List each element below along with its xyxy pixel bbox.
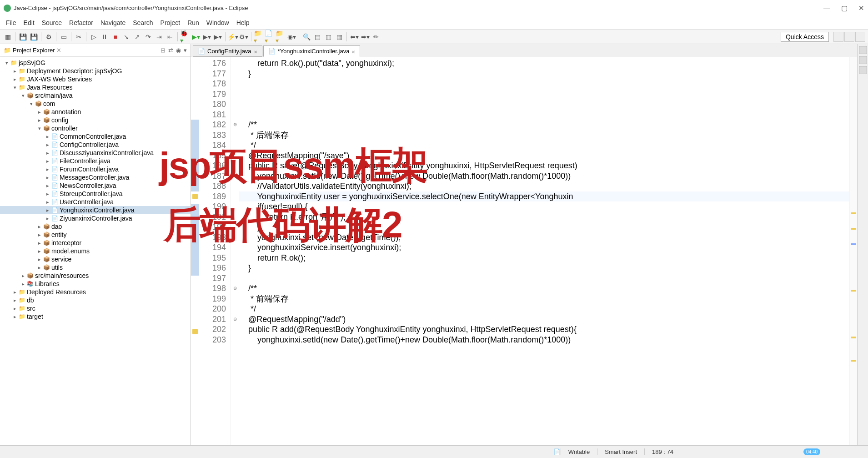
close-view-icon[interactable]: ✕ xyxy=(56,47,61,54)
tree-node[interactable]: ▸📄FileController.java xyxy=(0,157,191,165)
collapse-all-icon[interactable]: ⊟ xyxy=(161,47,166,54)
menu-refactor[interactable]: Refactor xyxy=(65,17,97,28)
tree-node[interactable]: ▸📦annotation xyxy=(0,108,191,116)
code-text-area[interactable]: return R.ok().put("data", yonghuxinxi); … xyxy=(239,57,849,445)
menu-window[interactable]: Window xyxy=(203,17,233,28)
tree-node[interactable]: ▸📄YonghuxinxiController.java xyxy=(0,206,191,214)
stop-icon[interactable]: ■ xyxy=(110,32,120,42)
project-tree[interactable]: ▾📁jspSvjOG▸📁Deployment Descriptor: jspSv… xyxy=(0,57,191,445)
tree-node[interactable]: ▸📁src xyxy=(0,304,191,312)
menu-run[interactable]: Run xyxy=(184,17,203,28)
tool-icon[interactable]: ⚙▾ xyxy=(239,32,249,42)
debug-icon[interactable]: 🐞▾ xyxy=(180,32,190,42)
skip-icon[interactable]: ▷ xyxy=(89,32,99,42)
annotation-ruler[interactable] xyxy=(191,57,199,445)
tree-node[interactable]: ▸📦model.enums xyxy=(0,247,191,255)
tree-node[interactable]: ▸📄UserController.java xyxy=(0,198,191,206)
pause-icon[interactable]: ⏸ xyxy=(100,32,110,42)
folding-ruler[interactable]: ⊖⊖⊖ xyxy=(231,57,239,445)
editor-tab[interactable]: 📄ConfigEntity.java✕ xyxy=(193,45,262,57)
server-icon[interactable]: ▶▾ xyxy=(213,32,223,42)
tree-node[interactable]: ▾📁jspSvjOG xyxy=(0,59,191,67)
tree-node[interactable]: ▸📁JAX-WS Web Services xyxy=(0,75,191,83)
window-controls: — ▢ ✕ xyxy=(823,4,864,12)
minimized-view-icon[interactable] xyxy=(859,56,867,64)
tree-node[interactable]: ▾📦com xyxy=(0,100,191,108)
tree-node[interactable]: ▸📄MessagesController.java xyxy=(0,173,191,181)
code-editor[interactable]: 1761771781791801811821831841851861871881… xyxy=(191,57,857,445)
tool-icon[interactable]: ⚡▾ xyxy=(228,32,238,42)
save-icon[interactable]: 💾 xyxy=(18,32,28,42)
menu-help[interactable]: Help xyxy=(233,17,253,28)
step-icon[interactable]: ⇤ xyxy=(165,32,175,42)
quick-access-input[interactable]: Quick Access xyxy=(781,32,829,42)
close-tab-icon[interactable]: ✕ xyxy=(254,50,257,53)
menu-project[interactable]: Project xyxy=(157,17,184,28)
step-icon[interactable]: ⇥ xyxy=(154,32,164,42)
menu-navigate[interactable]: Navigate xyxy=(97,17,129,28)
nav-fwd-icon[interactable]: ➡▾ xyxy=(360,32,370,42)
step-icon[interactable]: ↷ xyxy=(143,32,153,42)
tree-node[interactable]: ▸📚Libraries xyxy=(0,280,191,288)
focus-icon[interactable]: ◉ xyxy=(176,47,181,54)
tree-node[interactable]: ▸📦src/main/resources xyxy=(0,272,191,280)
run-icon[interactable]: ▶▾ xyxy=(191,32,201,42)
close-tab-icon[interactable]: ✕ xyxy=(351,50,355,53)
tree-node[interactable]: ▸📄ConfigController.java xyxy=(0,141,191,149)
right-trim xyxy=(857,44,868,445)
maximize-button[interactable]: ▢ xyxy=(841,4,848,12)
close-button[interactable]: ✕ xyxy=(858,4,864,12)
minimize-button[interactable]: — xyxy=(823,4,830,12)
tree-node[interactable]: ▸📄StoreupController.java xyxy=(0,190,191,198)
tree-node[interactable]: ▸📦config xyxy=(0,116,191,124)
menu-source[interactable]: Source xyxy=(38,17,65,28)
tree-node[interactable]: ▸📄DiscussziyuanxinxiController.java xyxy=(0,149,191,157)
new-class-icon[interactable]: 📄▾ xyxy=(265,32,275,42)
tool-icon[interactable]: ▤ xyxy=(312,32,322,42)
tree-node[interactable]: ▸📦entity xyxy=(0,231,191,239)
step-icon[interactable]: ↗ xyxy=(132,32,142,42)
menu-search[interactable]: Search xyxy=(129,17,156,28)
tool-icon[interactable]: ✂ xyxy=(74,32,84,42)
persp-java-icon[interactable] xyxy=(833,32,843,42)
tool-icon[interactable]: ✏ xyxy=(371,32,381,42)
tree-node[interactable]: ▸📄CommonController.java xyxy=(0,132,191,141)
tool-icon[interactable]: ◉▾ xyxy=(286,32,296,42)
minimized-view-icon[interactable] xyxy=(859,46,867,54)
build-icon[interactable]: ⚙ xyxy=(44,32,54,42)
tree-node[interactable]: ▾📁Java Resources xyxy=(0,83,191,91)
new-icon[interactable]: ▦ xyxy=(3,32,13,42)
tree-node[interactable]: ▸📄ZiyuanxinxiController.java xyxy=(0,214,191,222)
overview-ruler[interactable] xyxy=(849,57,857,445)
tree-node[interactable]: ▸📄ForumController.java xyxy=(0,165,191,173)
view-menu-icon[interactable]: ▾ xyxy=(184,47,187,54)
tool-icon[interactable]: ▦ xyxy=(334,32,344,42)
nav-back-icon[interactable]: ⬅▾ xyxy=(349,32,359,42)
step-icon[interactable]: ↘ xyxy=(121,32,131,42)
coverage-icon[interactable]: ▶▾ xyxy=(202,32,212,42)
search-icon[interactable]: 🔍 xyxy=(301,32,311,42)
tree-node[interactable]: ▸📦dao xyxy=(0,222,191,231)
tree-node[interactable]: ▸📦interceptor xyxy=(0,239,191,247)
tree-node[interactable]: ▾📦src/main/java xyxy=(0,91,191,100)
persp-icon[interactable] xyxy=(855,32,865,42)
tree-node[interactable]: ▾📦controller xyxy=(0,124,191,132)
save-all-icon[interactable]: 💾 xyxy=(29,32,39,42)
tree-node[interactable]: ▸📁Deployed Resources xyxy=(0,288,191,296)
menu-edit[interactable]: Edit xyxy=(20,17,38,28)
new-icon[interactable]: 📁▾ xyxy=(276,32,286,42)
editor-tab[interactable]: 📄*YonghuxinxiController.java✕ xyxy=(263,45,361,57)
tree-node[interactable]: ▸📄NewsController.java xyxy=(0,181,191,190)
tree-node[interactable]: ▸📦utils xyxy=(0,263,191,272)
tree-node[interactable]: ▸📦service xyxy=(0,255,191,263)
new-pkg-icon[interactable]: 📁▾ xyxy=(254,32,264,42)
tool-icon[interactable]: ▭ xyxy=(59,32,69,42)
persp-debug-icon[interactable] xyxy=(844,32,854,42)
link-editor-icon[interactable]: ⇄ xyxy=(168,47,173,54)
tree-node[interactable]: ▸📁db xyxy=(0,296,191,304)
menu-file[interactable]: File xyxy=(2,17,20,28)
tree-node[interactable]: ▸📁Deployment Descriptor: jspSvjOG xyxy=(0,67,191,75)
tool-icon[interactable]: ▥ xyxy=(323,32,333,42)
tree-node[interactable]: ▸📁target xyxy=(0,312,191,321)
minimized-view-icon[interactable] xyxy=(859,66,867,74)
